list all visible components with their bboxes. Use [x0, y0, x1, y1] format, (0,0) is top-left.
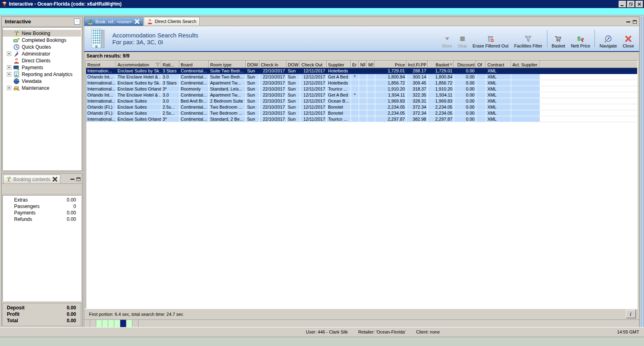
- portion-tab[interactable]: [96, 320, 102, 327]
- status-retailer: Retailer: 'Ocean-Florida': [358, 330, 406, 334]
- minimize-button[interactable]: [619, 1, 626, 8]
- toolbar-button[interactable]: Stop: [455, 29, 470, 48]
- toolbar-button[interactable]: Basket: [549, 29, 568, 48]
- sidebar-item[interactable]: Completed Bookings: [3, 37, 81, 43]
- column-header-ms[interactable]: MS: [367, 61, 375, 68]
- toolbar-button[interactable]: Navigate: [597, 29, 619, 48]
- portion-tab[interactable]: [126, 320, 132, 327]
- column-header-rati[interactable]: Rati...: [161, 61, 180, 68]
- column-header-accommodation[interactable]: Accommodation: [116, 61, 161, 68]
- expand-toggle[interactable]: +: [7, 51, 11, 56]
- minimize-panel-button[interactable]: [70, 179, 74, 180]
- table-cell: Orlando (FL): [86, 110, 116, 116]
- column-header-dow[interactable]: DOW: [246, 61, 260, 68]
- column-header-room-type[interactable]: Room type: [209, 61, 246, 68]
- column-header-er[interactable]: Er: [351, 61, 359, 68]
- column-header-nr[interactable]: NR: [359, 61, 367, 68]
- maximize-panel-button[interactable]: [76, 177, 80, 181]
- status-user: User: 446 - Clark Silk: [306, 330, 348, 334]
- table-cell: [476, 104, 486, 110]
- toolbar-button[interactable]: Erase Filtered Out: [470, 29, 511, 48]
- sidebar-item[interactable]: + Reporting and Analytics: [3, 71, 81, 78]
- sidebar-item[interactable]: Viewdata: [3, 78, 81, 84]
- table-cell: Sun: [287, 116, 300, 122]
- booking-item-row[interactable]: Extras 0.00: [3, 197, 81, 204]
- column-header-resort[interactable]: Resort: [86, 61, 116, 68]
- booking-item-row[interactable]: Payments 0.00: [3, 210, 81, 216]
- nett-icon: $: [576, 35, 584, 43]
- document-tab[interactable]: Book. ref.: <none>: [84, 17, 143, 26]
- person-icon: [13, 58, 20, 64]
- table-row[interactable]: International...Enclave Suites by Sk...3…: [86, 80, 637, 86]
- column-header-incl-fl-pp[interactable]: Incl.Fl.PP: [407, 61, 428, 68]
- column-header-board[interactable]: Board: [180, 61, 209, 68]
- collapse-panel-button[interactable]: −: [74, 19, 80, 25]
- booking-contents-panel: Booking contents Extras: [1, 173, 83, 327]
- portion-tab[interactable]: [108, 320, 114, 327]
- column-header-dow[interactable]: DOW: [287, 61, 300, 68]
- portion-tab[interactable]: [114, 320, 120, 327]
- column-header-check-in[interactable]: Check In: [260, 61, 287, 68]
- sidebar-item[interactable]: + Administrator: [3, 50, 81, 57]
- booking-contents-tab[interactable]: Booking contents: [3, 175, 60, 183]
- table-cell: [511, 80, 540, 86]
- menu-item[interactable]: [14, 8, 19, 15]
- close-window-button[interactable]: [636, 1, 643, 8]
- column-header-check-out[interactable]: Check Out: [300, 61, 327, 68]
- toolbar-button[interactable]: More: [439, 29, 455, 48]
- column-header-price[interactable]: Price: [375, 61, 407, 68]
- column-header-basket[interactable]: Basket▼: [428, 61, 454, 68]
- sidebar-item[interactable]: + Maintenance: [3, 84, 81, 91]
- restore-button[interactable]: [627, 1, 635, 8]
- table-row[interactable]: Orlando Int...The Enclave Hotel & ...3.0…: [86, 92, 637, 98]
- expand-toggle[interactable]: +: [7, 65, 11, 70]
- maximize-panel-button[interactable]: [633, 20, 637, 24]
- portion-tab[interactable]: [90, 320, 96, 327]
- expand-toggle[interactable]: +: [7, 72, 11, 76]
- booking-item-row[interactable]: Refunds 0.00: [3, 216, 81, 223]
- table-cell: 3 Stars: [161, 80, 180, 86]
- column-header-act-supplier[interactable]: Act. Supplier: [511, 61, 540, 68]
- close-tab-icon[interactable]: [134, 19, 140, 25]
- table-row[interactable]: International...Enclave Suites Orlando3*…: [86, 116, 637, 122]
- table-cell: [367, 104, 375, 110]
- menu-item[interactable]: [8, 8, 14, 15]
- document-tab[interactable]: Direct Clients Search: [144, 17, 200, 25]
- menu-item[interactable]: [2, 8, 8, 15]
- table-row[interactable]: Orlando Int...The Enclave Hotel & ...3.0…: [86, 74, 637, 80]
- toolbar-button[interactable]: Facilities Filter: [511, 29, 545, 48]
- table-cell: Continental...: [180, 104, 209, 110]
- toolbar-button[interactable]: Close: [620, 29, 637, 48]
- column-header-contract[interactable]: Contract: [486, 61, 511, 68]
- booking-items-list: Extras 0.00 Passengers 0 Payments 0.00: [2, 195, 81, 301]
- table-cell: 12/11/2017: [300, 86, 327, 92]
- portion-tab[interactable]: [132, 320, 138, 327]
- close-panel-icon[interactable]: [52, 176, 58, 182]
- portion-tab[interactable]: [102, 320, 108, 327]
- minimize-panel-button[interactable]: [626, 21, 630, 23]
- column-header-supplier[interactable]: Supplier: [327, 61, 351, 68]
- sidebar-item[interactable]: New Booking: [3, 30, 81, 37]
- navigate-icon: [604, 35, 612, 43]
- table-row[interactable]: Orlando (FL)Enclave Suites2.5s...Contine…: [86, 104, 637, 110]
- column-header-of[interactable]: Of: [476, 61, 486, 68]
- table-cell: Apartment Tw...: [209, 92, 246, 98]
- sidebar-item[interactable]: + $ Payments: [3, 64, 81, 71]
- column-header-discount[interactable]: Discount: [454, 61, 476, 68]
- table-row[interactable]: Orlando (FL)Enclave Suites2.5s...Contine…: [86, 110, 637, 116]
- sidebar-item[interactable]: Quick Quotes: [3, 43, 81, 50]
- filter-icon[interactable]: [155, 62, 160, 67]
- booking-item-label: Payments: [14, 210, 35, 216]
- table-row[interactable]: International...Enclave Suites3.0Bed And…: [86, 98, 637, 104]
- toolbar-button[interactable]: $ Nett Price: [568, 29, 593, 48]
- portion-tab[interactable]: [84, 320, 90, 327]
- toolbar-separator: [594, 30, 595, 47]
- expand-toggle[interactable]: +: [7, 86, 11, 90]
- sort-indicator-icon: ▼: [450, 63, 452, 66]
- table-row[interactable]: International...Enclave Suites Orlando3*…: [86, 86, 637, 92]
- portion-tab[interactable]: [120, 320, 126, 327]
- info-button[interactable]: i: [626, 310, 636, 318]
- sidebar-item[interactable]: Direct Clients: [3, 57, 81, 64]
- booking-item-row[interactable]: Passengers 0: [3, 204, 81, 210]
- table-row[interactable]: Internation...Enclave Suites by Sk...3 S…: [86, 68, 637, 74]
